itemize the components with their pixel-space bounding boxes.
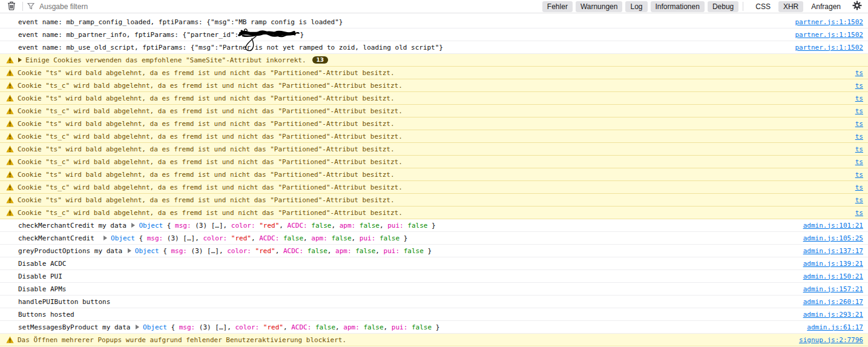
log-message: event name: mb_use_old_script, fptiParam… [18,44,443,51]
console-row-log-object: checkMerchantCredit Object { msg: (3) […… [0,232,868,245]
expand-group-icon[interactable] [18,58,22,62]
warning-icon [6,56,14,64]
log-message-prefix: event name: mb_partner_info, fptiParams:… [18,31,243,39]
log-message-label: checkMerchantCredit my data [18,222,130,230]
warning-icon [6,107,14,114]
source-link[interactable]: ts [855,69,868,77]
console-row-log-object: greyProductOptions my data Object { msg:… [0,245,868,257]
console-row-log-object: checkMerchantCredit my data Object { msg… [0,219,868,232]
source-link[interactable]: ts [855,209,868,217]
console-row-warning: Cookie "ts" wird bald abgelehnt, da es f… [0,194,868,207]
source-link[interactable]: partner.js:1:1502 [795,31,868,39]
filter-button-xhr[interactable]: XHR [778,1,803,12]
console-row-warning: Cookie "ts_c" wird bald abgelehnt, da es… [0,156,868,168]
filter-button-anfragen[interactable]: Anfragen [806,1,846,12]
settings-button[interactable] [850,1,864,12]
object-prop-value: "red" [255,222,280,230]
filter-button-debug[interactable]: Debug [708,1,738,12]
source-link[interactable]: ts [855,120,868,128]
console-row-log-object: setMessagesByProduct my data Object { ms… [0,321,868,334]
source-link[interactable]: ts [855,133,868,140]
object-prop-name: color: [231,222,255,230]
object-prop-name: pui: [384,247,400,255]
source-link[interactable]: ts [855,145,868,153]
warning-message: Cookie "ts" wird bald abgelehnt, da es f… [18,171,395,179]
console-row-log: Disable PUIadmin.js:150:21 [0,270,868,283]
log-message: Buttons hosted [18,311,74,319]
warning-message: Cookie "ts" wird bald abgelehnt, da es f… [18,196,395,204]
warning-message: Cookie "ts_c" wird bald abgelehnt, da es… [18,209,403,217]
warning-icon [6,183,14,191]
warning-icon [6,69,14,76]
object-prop-name: color: [235,323,259,331]
source-link[interactable]: admin.js:137:17 [803,247,868,255]
source-link[interactable]: ts [855,196,868,204]
source-link[interactable]: admin.js:105:25 [803,234,868,242]
console-row-warning: Cookie "ts_c" wird bald abgelehnt, da es… [0,105,868,117]
source-link[interactable]: admin.js:150:21 [803,273,868,280]
source-link[interactable]: admin.js:101:21 [803,222,868,230]
warning-icon [6,133,14,140]
filter-button-fehler[interactable]: Fehler [542,1,573,12]
log-message-suffix: "} [296,31,304,39]
expand-object-icon[interactable] [104,236,107,240]
warning-count-badge: 13 [312,56,329,64]
object-prop-value: false [404,222,428,230]
filter-input-wrap[interactable] [27,1,539,12]
object-prop-value: (3) […] [187,247,219,255]
source-link[interactable]: ts [855,94,868,102]
log-message: Disable APMs [18,285,66,293]
object-prop-value: false [303,247,327,255]
filter-button-informationen[interactable]: Informationen [651,1,705,12]
object-prop-value: (3) […] [195,323,227,331]
source-link[interactable]: ts [855,158,868,166]
object-prop-name: apm: [340,222,356,230]
console-output: event name: mb_ramp_config_loaded, fptiP… [0,16,868,346]
source-link[interactable]: admin.js:139:21 [803,260,868,268]
console-row-warning: Cookie "ts" wird bald abgelehnt, da es f… [0,117,868,130]
object-prop-value: false [360,323,384,331]
object-prop-name: color: [227,247,251,255]
console-row-warning: Cookie "ts_c" wird bald abgelehnt, da es… [0,79,868,92]
source-link[interactable]: ts [855,82,868,90]
source-link[interactable]: partner.js:1:1502 [795,18,868,26]
warning-message: Cookie "ts_c" wird bald abgelehnt, da es… [18,82,403,90]
filter-button-log[interactable]: Log [625,1,647,12]
console-row-log: Disable APMsadmin.js:157:21 [0,283,868,296]
log-message: event name: mb_ramp_config_loaded, fptiP… [18,18,343,26]
clear-console-button[interactable] [5,1,18,12]
object-prop-name: ACDC: [283,247,303,255]
object-prop-value: "red" [251,247,275,255]
source-link[interactable]: ts [855,183,868,191]
object-prop-name: pui: [387,222,404,230]
object-prop-value: false [407,323,432,331]
console-row-log: event name: mb_partner_info, fptiParams:… [0,28,868,41]
source-link[interactable]: ts [855,171,868,179]
warning-message: Cookie "ts_c" wird bald abgelehnt, da es… [18,183,403,191]
expand-object-icon[interactable] [131,223,135,228]
object-prop-name: msg: [147,234,163,242]
expand-object-icon[interactable] [136,325,139,329]
source-link[interactable]: admin.js:260:17 [803,298,868,306]
object-prop-value: (3) […] [191,222,223,230]
source-link[interactable]: signup.js:2:7796 [799,336,868,344]
warning-message: Cookie "ts_c" wird bald abgelehnt, da es… [18,107,403,115]
source-link[interactable]: admin.js:61:17 [807,323,868,331]
filter-input[interactable] [38,2,222,12]
console-row-log: handlePUIButton buttonsadmin.js:260:17 [0,296,868,308]
warning-icon [6,336,14,343]
devtools-console-panel: FehlerWarnungenLogInformationenDebug CSS… [0,0,868,347]
source-link[interactable]: admin.js:293:21 [803,311,868,319]
source-link[interactable]: ts [855,107,868,115]
warning-icon [6,82,14,89]
source-link[interactable]: admin.js:157:21 [803,285,868,293]
object-prop-name: ACDC: [291,323,311,331]
object-prop-value: false [327,234,352,242]
filter-button-css[interactable]: CSS [751,1,775,12]
object-prop-value: (3) […] [163,234,195,242]
source-link[interactable]: partner.js:1:1502 [795,44,868,51]
trash-icon [7,1,16,12]
filter-button-warnungen[interactable]: Warnungen [576,1,623,12]
log-message: Disable PUI [18,273,62,280]
expand-object-icon[interactable] [128,248,131,253]
